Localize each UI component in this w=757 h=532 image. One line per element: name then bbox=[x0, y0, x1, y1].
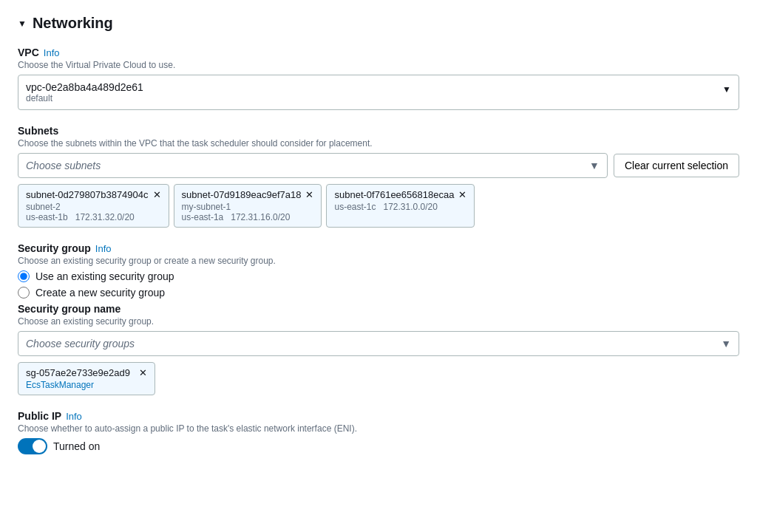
sg-info-link[interactable]: Info bbox=[95, 243, 112, 254]
subnet-tag-close[interactable]: ✕ bbox=[305, 189, 313, 200]
subnets-placeholder: Choose subnets bbox=[26, 160, 101, 171]
public-ip-description: Choose whether to auto-assign a public I… bbox=[18, 423, 739, 434]
public-ip-toggle-label: Turned on bbox=[53, 440, 100, 452]
vpc-info-link[interactable]: Info bbox=[44, 47, 60, 58]
toggle-thumb bbox=[33, 440, 46, 453]
public-ip-field-group: Public IP Info Choose whether to auto-as… bbox=[18, 410, 739, 454]
vpc-label: VPC bbox=[18, 47, 39, 58]
subnet-az: us-east-1c bbox=[334, 202, 376, 212]
subnet-az: us-east-1b bbox=[26, 212, 68, 222]
subnet-cidr: 172.31.16.0/20 bbox=[231, 212, 290, 222]
subnet-tag-id: subnet-0d279807b3874904c bbox=[26, 189, 149, 200]
sg-name-description: Choose an existing security group. bbox=[18, 316, 739, 327]
subnets-dropdown[interactable]: Choose subnets ▼ bbox=[18, 153, 608, 178]
sg-tags-list: sg-057ae2e733e9e2ad9 ✕ EcsTaskManager bbox=[18, 362, 739, 395]
vpc-dropdown-content: vpc-0e2a8ba4a489d2e61 default bbox=[26, 81, 143, 103]
sg-tag-header: sg-057ae2e733e9e2ad9 ✕ bbox=[26, 367, 147, 378]
sg-tag-name: EcsTaskManager bbox=[26, 380, 147, 390]
sg-use-existing-label: Use an existing security group bbox=[35, 270, 174, 282]
subnets-control-row: Choose subnets ▼ Clear current selection bbox=[18, 153, 739, 178]
subnet-tag-cidr: us-east-1b 172.31.32.0/20 bbox=[26, 212, 161, 222]
section-title: Networking bbox=[33, 15, 113, 32]
vpc-id: vpc-0e2a8ba4a489d2e61 bbox=[26, 81, 143, 93]
public-ip-label: Public IP bbox=[18, 410, 61, 422]
vpc-dropdown[interactable]: vpc-0e2a8ba4a489d2e61 default ▼ bbox=[18, 75, 739, 110]
vpc-description: Choose the Virtual Private Cloud to use. bbox=[18, 60, 739, 70]
subnet-tag-header: subnet-07d9189eac9ef7a18 ✕ bbox=[182, 189, 314, 200]
sg-label: Security group bbox=[18, 242, 91, 254]
security-group-field-group: Security group Info Choose an existing s… bbox=[18, 242, 739, 395]
subnet-tag-header: subnet-0d279807b3874904c ✕ bbox=[26, 189, 161, 200]
subnet-tag-cidr: us-east-1c 172.31.0.0/20 bbox=[334, 202, 466, 212]
subnets-dropdown-arrow: ▼ bbox=[589, 160, 600, 171]
subnet-tag-details: my-subnet-1 bbox=[182, 202, 314, 212]
vpc-dropdown-arrow: ▼ bbox=[722, 84, 731, 95]
public-ip-label-row: Public IP Info bbox=[18, 410, 739, 422]
subnets-label: Subnets bbox=[18, 125, 58, 137]
subnet-tag-header: subnet-0f761ee656818ecaa ✕ bbox=[334, 189, 466, 200]
subnet-tag: subnet-07d9189eac9ef7a18 ✕ my-subnet-1 u… bbox=[174, 184, 322, 228]
vpc-field-group: VPC Info Choose the Virtual Private Clou… bbox=[18, 47, 739, 110]
subnet-az: us-east-1a bbox=[182, 212, 224, 222]
sg-name-label-row: Security group name bbox=[18, 303, 739, 315]
public-ip-toggle[interactable] bbox=[18, 438, 47, 454]
sg-placeholder: Choose security groups bbox=[26, 338, 135, 349]
subnet-tag: subnet-0d279807b3874904c ✕ subnet-2 us-e… bbox=[18, 184, 169, 228]
collapse-icon[interactable]: ▼ bbox=[18, 18, 27, 29]
sg-label-row: Security group Info bbox=[18, 242, 739, 254]
sg-create-new-label: Create a new security group bbox=[35, 287, 165, 299]
subnet-tag-close[interactable]: ✕ bbox=[458, 189, 466, 200]
subnet-tag-cidr: us-east-1a 172.31.16.0/20 bbox=[182, 212, 314, 222]
subnet-tag-details: subnet-2 bbox=[26, 202, 161, 212]
public-ip-info-link[interactable]: Info bbox=[66, 411, 82, 422]
sg-tag-id: sg-057ae2e733e9e2ad9 bbox=[26, 367, 130, 378]
clear-selection-button[interactable]: Clear current selection bbox=[614, 154, 739, 177]
sg-radio-create-new[interactable]: Create a new security group bbox=[18, 287, 739, 299]
subnets-field-group: Subnets Choose the subnets within the VP… bbox=[18, 125, 739, 228]
subnet-cidr: 172.31.32.0/20 bbox=[75, 212, 135, 222]
subnets-label-row: Subnets bbox=[18, 125, 739, 137]
sg-radio-use-existing-input[interactable] bbox=[18, 270, 30, 282]
sg-radio-use-existing[interactable]: Use an existing security group bbox=[18, 270, 739, 282]
sg-tag-close[interactable]: ✕ bbox=[139, 367, 147, 378]
sg-radio-create-new-input[interactable] bbox=[18, 287, 30, 299]
subnet-tag-id: subnet-07d9189eac9ef7a18 bbox=[182, 189, 302, 200]
subnet-cidr: 172.31.0.0/20 bbox=[384, 202, 438, 212]
subnet-tag-close[interactable]: ✕ bbox=[153, 189, 161, 200]
vpc-name: default bbox=[26, 93, 143, 103]
subnets-description: Choose the subnets within the VPC that t… bbox=[18, 138, 739, 149]
sg-name-label: Security group name bbox=[18, 303, 120, 315]
subnet-name: subnet-2 bbox=[26, 202, 61, 212]
vpc-label-row: VPC Info bbox=[18, 47, 739, 58]
section-header: ▼ Networking bbox=[18, 15, 739, 32]
subnet-name: my-subnet-1 bbox=[182, 202, 231, 212]
sg-tag: sg-057ae2e733e9e2ad9 ✕ EcsTaskManager bbox=[18, 362, 155, 395]
subnet-tags-list: subnet-0d279807b3874904c ✕ subnet-2 us-e… bbox=[18, 184, 739, 228]
sg-radio-group: Use an existing security group Create a … bbox=[18, 270, 739, 299]
public-ip-toggle-row: Turned on bbox=[18, 438, 739, 454]
sg-dropdown-arrow: ▼ bbox=[721, 338, 731, 349]
sg-dropdown[interactable]: Choose security groups ▼ bbox=[18, 331, 739, 356]
subnet-tag-id: subnet-0f761ee656818ecaa bbox=[334, 189, 454, 200]
subnet-tag: subnet-0f761ee656818ecaa ✕ us-east-1c 17… bbox=[326, 184, 475, 228]
sg-description: Choose an existing security group or cre… bbox=[18, 256, 739, 266]
